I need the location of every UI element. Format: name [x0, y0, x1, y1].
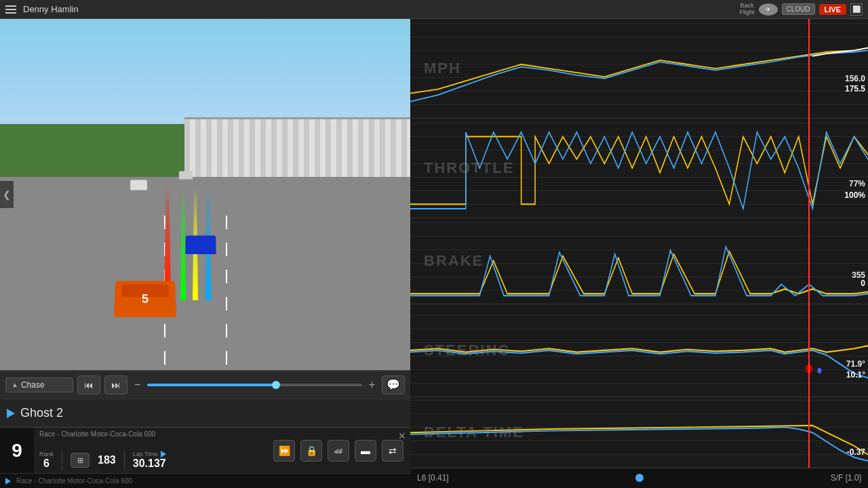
lap-time-label: Lap Time: [133, 451, 158, 458]
rank-label: Rank: [39, 451, 54, 458]
brake-label: BRAKE: [424, 252, 484, 270]
lap-time-play: Lap Time: [133, 451, 166, 458]
svg-point-1: [817, 367, 821, 373]
bottom-status: Race - Charlotte Motor-Coca-Cola 600: [0, 473, 410, 488]
menu-icon[interactable]: [5, 5, 16, 14]
lock-icon-btn[interactable]: 🔒: [300, 440, 322, 462]
car-orange: [114, 281, 176, 317]
steering-section: STEERING 71.9° 10.1°: [410, 304, 868, 397]
flight-icon[interactable]: ✈: [759, 3, 778, 16]
throttle-val1: 77%: [849, 179, 865, 188]
rank-stat: Rank 6: [39, 451, 54, 470]
fast-forward-icon-btn[interactable]: ⏩: [273, 440, 295, 462]
expand-button[interactable]: ⬜: [850, 3, 863, 16]
steering-val1: 71.9°: [846, 359, 865, 369]
delta-section: DELTA TIME -0.37: [410, 397, 868, 468]
rank-value: 6: [43, 458, 50, 470]
delta-label: DELTA TIME: [424, 424, 524, 441]
slider-thumb[interactable]: [272, 381, 280, 389]
race-info-panel: ✕ 9 Race - Charlotte Motor-Coca-Cola 600…: [0, 427, 410, 473]
live-button[interactable]: LIVE: [819, 4, 846, 15]
lap-time-stat: Lap Time 30.137: [133, 451, 166, 470]
stat-divider-2: [124, 450, 125, 470]
mph-chart: [410, 19, 868, 118]
race-stats-row: Rank 6 ⊞ 183 Lap Time 30.137: [39, 450, 261, 470]
steering-val2: 10.1°: [846, 370, 865, 380]
race-number: 9: [0, 428, 34, 473]
back-flight-button[interactable]: BackFlight: [740, 3, 755, 16]
brake-val2: 0: [861, 279, 865, 288]
throttle-section: THROTTLE 77% 100%: [410, 119, 868, 218]
telem-position-indicator: [635, 474, 644, 482]
minus-button[interactable]: −: [132, 379, 143, 391]
mph-section: MPH 156.0 175.5: [410, 19, 868, 119]
telem-bottom-bar: L6 [0.41] S/F [1.0]: [410, 468, 868, 488]
lap-time-value: 30.137: [133, 458, 166, 470]
status-indicator: [5, 478, 11, 485]
main-layout: ❮ ▲ Chase ⏮ ⏭ − + 💬 Ghost 2: [0, 19, 868, 488]
lap-info: L6 [0.41]: [417, 473, 449, 483]
mph-val1: 156.0: [845, 74, 865, 83]
delta-val: -0.37: [847, 447, 865, 457]
rank2-value: 183: [98, 454, 116, 466]
left-panel: ❮ ▲ Chase ⏮ ⏭ − + 💬 Ghost 2: [0, 19, 410, 488]
battery-icon-btn[interactable]: ▬: [355, 440, 376, 462]
stat-divider-1: [62, 450, 62, 470]
slider-track[interactable]: [147, 384, 361, 386]
lap-play-button[interactable]: [161, 451, 166, 458]
top-bar-left: Denny Hamlin: [5, 4, 79, 14]
right-panel: MPH 156.0 175.5 THROTTLE: [410, 19, 868, 488]
left-chevron[interactable]: ❮: [0, 181, 14, 208]
chase-dropdown[interactable]: ▲ Chase: [5, 378, 73, 392]
chase-label: Chase: [21, 380, 45, 390]
top-bar: Denny Hamlin BackFlight ✈ CLOUD LIVE ⬜: [0, 0, 868, 19]
car-white2: [179, 171, 193, 180]
ghost-play-button[interactable]: [7, 409, 15, 418]
race-details: Race - Charlotte Motor-Coca-Cola 600 Ran…: [34, 428, 267, 473]
track-scene: [0, 19, 410, 370]
arrows-icon-btn[interactable]: ⇄: [382, 440, 403, 462]
sky: [0, 19, 410, 124]
bottom-controls: ▲ Chase ⏮ ⏭ − + 💬: [0, 370, 410, 399]
close-button[interactable]: ✕: [398, 430, 406, 441]
cloud-button[interactable]: CLOUD: [782, 3, 815, 15]
red-line: [808, 19, 810, 468]
grid-button[interactable]: ⊞: [71, 453, 90, 468]
car-white1: [130, 180, 147, 190]
mph-label: MPH: [424, 60, 461, 77]
speech-button[interactable]: 💬: [382, 375, 405, 394]
rank2-stat: 183: [98, 454, 116, 466]
top-bar-right: BackFlight ✈ CLOUD LIVE ⬜: [740, 3, 863, 16]
telemetry-container: MPH 156.0 175.5 THROTTLE: [410, 19, 868, 488]
status-text: Race - Charlotte Motor-Coca-Cola 600: [16, 477, 132, 485]
throttle-val2: 100%: [844, 190, 865, 200]
race-icons: ⏩ 🔒 🏎 ▬ ⇄: [267, 428, 410, 473]
throttle-label: THROTTLE: [424, 159, 514, 177]
race-name-label: Race - Charlotte Motor-Coca-Cola 600: [39, 430, 261, 438]
forward-button[interactable]: ⏭: [104, 375, 127, 394]
ghost-panel: Ghost 2: [0, 399, 410, 427]
mph-val2: 175.5: [845, 84, 865, 94]
steering-label: STEERING: [424, 342, 511, 359]
ghost-label: Ghost 2: [20, 406, 63, 420]
rewind-button[interactable]: ⏮: [77, 375, 100, 394]
sf-info: S/F [1.0]: [831, 473, 861, 483]
track-line-2: [226, 216, 227, 370]
car-icon-btn[interactable]: 🏎: [328, 440, 349, 462]
plus-button[interactable]: +: [366, 379, 378, 391]
timeline-slider[interactable]: [147, 384, 361, 386]
car-blue: [185, 236, 216, 255]
race-view: ❮: [0, 19, 410, 370]
slider-fill: [147, 384, 276, 386]
driver-name: Denny Hamlin: [23, 4, 79, 14]
brake-section: BRAKE 355 0: [410, 218, 868, 304]
